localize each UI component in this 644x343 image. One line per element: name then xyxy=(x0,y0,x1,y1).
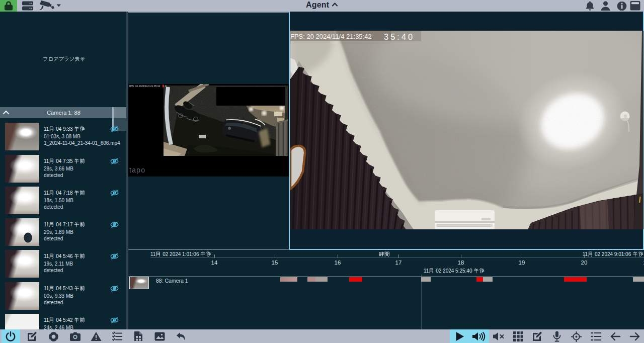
svg-text:FPS: 10 2024/11/4 21:35:42: FPS: 10 2024/11/4 21:35:42 xyxy=(129,84,160,88)
svg-text:35:40: 35:40 xyxy=(384,32,415,41)
svg-text:FPS: 20 2024/11/4 21:35:42: FPS: 20 2024/11/4 21:35:42 xyxy=(290,33,372,40)
svg-text:tapo: tapo xyxy=(129,166,145,174)
svg-text:0: 0 xyxy=(165,84,167,88)
